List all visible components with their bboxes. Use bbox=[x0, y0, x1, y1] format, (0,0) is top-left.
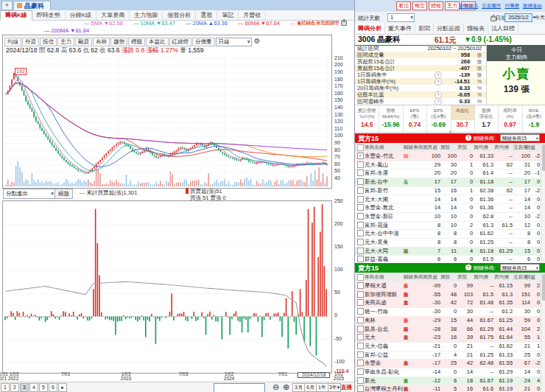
lower-chart-mode-dropdown[interactable]: 分點進出▾ bbox=[3, 189, 55, 199]
broker-row[interactable]: 台灣摩根士丹利隔,外,贏-1151661.661.19210 bbox=[355, 385, 541, 392]
zoom-in-icon[interactable]: ⊕ bbox=[283, 382, 289, 392]
period-1年[interactable]: 1年 bbox=[316, 383, 328, 392]
row-checkbox[interactable] bbox=[357, 213, 364, 220]
symbol-search-input[interactable] bbox=[214, 383, 265, 392]
row-checkbox[interactable] bbox=[357, 204, 364, 211]
gear-icon[interactable]: ⚙ bbox=[254, 37, 261, 45]
key-broker-dropdown[interactable]: 關鍵券商15▾ bbox=[500, 264, 540, 271]
date-input[interactable]: 2025/1/2 bbox=[504, 13, 532, 22]
indicator-chip-分價量[interactable]: 分價量 bbox=[192, 38, 215, 46]
period-dropdown[interactable]: 3年▾ bbox=[328, 383, 341, 392]
indicator-chip-布林[interactable]: 布林 bbox=[93, 38, 110, 46]
row-checkbox[interactable] bbox=[357, 169, 364, 176]
chart-tab-主力地圖[interactable]: 主力地圖 bbox=[130, 11, 163, 20]
analysis-tab-籌碼分析[interactable]: 籌碼分析 bbox=[355, 24, 385, 33]
period-6月[interactable]: 6月 bbox=[304, 383, 317, 392]
analysis-tab-新聞[interactable]: 新聞 bbox=[415, 24, 434, 33]
page-button-1[interactable]: 1 bbox=[1, 383, 10, 392]
chart-tab-即時走勢[interactable]: 即時走勢 bbox=[32, 11, 66, 20]
buy-table-scrollbar[interactable] bbox=[541, 143, 545, 263]
top-link-個股資訊[interactable]: 個股資訊 bbox=[459, 3, 478, 10]
analysis-tab-重大事件[interactable]: 重大事件 bbox=[385, 24, 415, 33]
row-checkbox[interactable] bbox=[357, 239, 364, 245]
colorblind-toggle[interactable]: ◉紅綠色盲亮度調整 bbox=[297, 20, 347, 27]
row-checkbox[interactable] bbox=[357, 368, 364, 375]
help-icon[interactable]: ? bbox=[465, 135, 471, 141]
top-button-主力[interactable]: 主力 bbox=[445, 1, 460, 10]
row-checkbox[interactable] bbox=[357, 196, 364, 203]
analysis-tab-分點追蹤[interactable]: 分點追蹤 bbox=[434, 24, 464, 33]
live-stream-button[interactable]: 直播 bbox=[341, 384, 352, 391]
row-checkbox[interactable] bbox=[357, 343, 364, 349]
page-button-3[interactable]: 3 bbox=[20, 383, 29, 392]
indicator-chip-均線[interactable]: 均線 bbox=[4, 38, 21, 46]
page-button-5[interactable]: 5 bbox=[39, 383, 48, 392]
top-link-股價連結[interactable]: 股價連結 bbox=[523, 3, 542, 10]
page-button-6[interactable]: 6 bbox=[49, 383, 57, 392]
key-broker-label: 關鍵券商: bbox=[474, 135, 496, 142]
stock-id-name: 3006 晶豪科 bbox=[358, 35, 401, 45]
indicator-chip-主力[interactable]: 主力 bbox=[57, 38, 74, 46]
row-checkbox[interactable] bbox=[357, 326, 364, 332]
row-checkbox[interactable] bbox=[357, 317, 364, 323]
stat-days-dropdown[interactable]: 1▾ bbox=[387, 13, 415, 22]
analysis-tab-體檢表[interactable]: 體檢表 bbox=[464, 24, 488, 33]
row-checkbox[interactable] bbox=[357, 360, 364, 366]
indicator-chip-標籤[interactable]: 標籤 bbox=[128, 38, 145, 46]
top-link-行事曆[interactable]: 行事曆 bbox=[504, 3, 519, 10]
page-button-2[interactable]: 2 bbox=[10, 383, 19, 392]
row-checkbox[interactable] bbox=[357, 291, 364, 298]
today-button[interactable]: 今天 bbox=[535, 14, 545, 21]
chart-tab-大單券商[interactable]: 大單券商 bbox=[96, 11, 130, 20]
row-checkbox[interactable] bbox=[357, 351, 364, 358]
key-broker-dropdown[interactable]: 關鍵券商15▾ bbox=[500, 134, 540, 141]
chart-tab-月營收[interactable]: 月營收 bbox=[239, 11, 266, 20]
indicator-chip-外資[interactable]: 外資 bbox=[22, 38, 39, 46]
select-all-checkbox[interactable] bbox=[357, 144, 364, 151]
interval-dropdown[interactable]: 日線▾ bbox=[216, 38, 252, 46]
help-icon[interactable]: ? bbox=[465, 265, 471, 270]
row-checkbox[interactable] bbox=[357, 385, 364, 392]
row-checkbox[interactable] bbox=[357, 248, 364, 254]
zoom-fit-button[interactable]: 縮放 bbox=[54, 189, 73, 199]
chart-tab-分鐘K線[interactable]: 分鐘K線 bbox=[66, 11, 96, 20]
row-checkbox[interactable] bbox=[357, 299, 364, 306]
analysis-tab-法人目標[interactable]: 法人目標 bbox=[488, 24, 518, 33]
chart-tab-筆記[interactable]: 筆記 bbox=[217, 11, 239, 20]
chart-tab-選股[interactable]: 選股 bbox=[196, 11, 217, 20]
candlestick-chart[interactable] bbox=[4, 55, 331, 186]
row-checkbox[interactable] bbox=[357, 230, 364, 237]
chart-tab-個股分析[interactable]: 個股分析 bbox=[163, 11, 196, 20]
row-checkbox[interactable] bbox=[357, 187, 364, 194]
row-checkbox[interactable] bbox=[357, 377, 364, 384]
select-all-checkbox[interactable] bbox=[357, 274, 364, 281]
row-checkbox[interactable] bbox=[357, 222, 364, 228]
top-button-看法[interactable]: 看法 bbox=[396, 1, 411, 10]
top-button-報告[interactable]: 報告 bbox=[412, 1, 427, 10]
row-checkbox[interactable] bbox=[357, 282, 364, 289]
page-button-▸[interactable]: ▸ bbox=[58, 383, 67, 392]
broker-netbuy-chart[interactable] bbox=[3, 201, 331, 371]
metric-EPS: EPS(季)0.74 bbox=[403, 105, 427, 132]
top-button-體檢[interactable]: 體檢 bbox=[429, 1, 443, 10]
indicator-chip-投信[interactable]: 投信 bbox=[40, 38, 57, 46]
row-checkbox[interactable]: ✓ bbox=[357, 153, 364, 159]
page-button-4[interactable]: 4 bbox=[29, 383, 38, 392]
sell-table-scrollbar[interactable] bbox=[541, 273, 545, 392]
indicator-chip-紅綠燈[interactable]: 紅綠燈 bbox=[169, 38, 192, 46]
zoom-out-icon[interactable]: ⊖ bbox=[272, 382, 279, 392]
row-checkbox[interactable] bbox=[357, 178, 364, 185]
top-link-交易屬性[interactable]: 交易屬性 bbox=[482, 3, 501, 10]
row-checkbox[interactable] bbox=[357, 256, 364, 262]
row-checkbox[interactable] bbox=[357, 161, 364, 168]
indicator-chip-趨勢[interactable]: 趨勢 bbox=[110, 38, 127, 46]
row-checkbox[interactable] bbox=[357, 334, 364, 340]
add-tab-button[interactable]: + bbox=[1, 1, 13, 10]
indicator-chip-本益比[interactable]: 本益比 bbox=[146, 38, 169, 46]
stock-window-tab[interactable]: 晶豪科 bbox=[13, 1, 51, 10]
indicator-chip-融資[interactable]: 融資 bbox=[75, 38, 92, 46]
period-3月[interactable]: 3月 bbox=[292, 383, 305, 392]
row-checkbox[interactable] bbox=[357, 308, 364, 315]
window-tab-bar: + 晶豪科 bbox=[0, 0, 354, 11]
chart-tab-籌碼K線[interactable]: 籌碼K線 bbox=[0, 10, 32, 21]
